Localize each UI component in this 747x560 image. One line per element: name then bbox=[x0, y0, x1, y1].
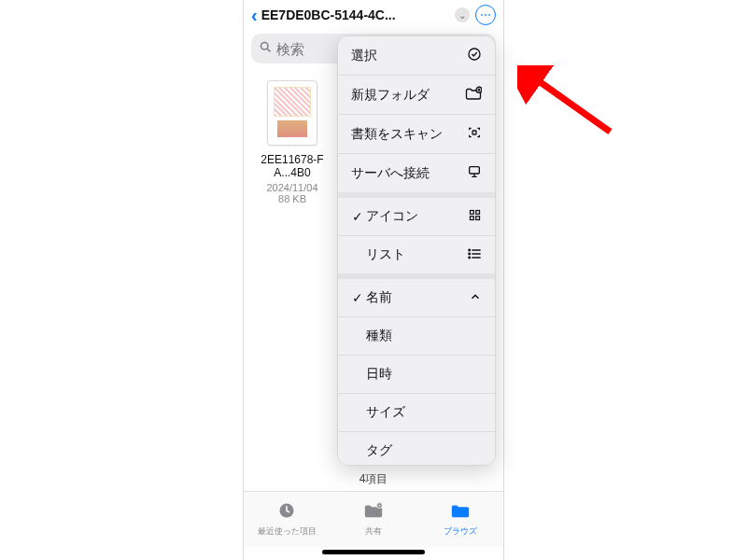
item-count-label: 4項目 bbox=[244, 471, 503, 487]
menu-sort-date[interactable]: 日時 bbox=[338, 355, 495, 393]
menu-view-icons[interactable]: ✓ アイコン bbox=[338, 198, 495, 235]
menu-new-folder[interactable]: 新規フォルダ bbox=[338, 75, 495, 114]
check-icon: ✓ bbox=[351, 209, 364, 224]
check-icon: ✓ bbox=[351, 290, 364, 305]
search-icon bbox=[259, 40, 273, 58]
clock-icon bbox=[277, 501, 296, 525]
file-date: 2024/11/04 bbox=[253, 182, 331, 193]
folder-icon bbox=[450, 501, 471, 525]
new-folder-icon bbox=[465, 86, 482, 104]
svg-line-19 bbox=[530, 76, 610, 132]
menu-sort-name[interactable]: ✓ 名前 bbox=[338, 279, 495, 316]
scan-icon bbox=[467, 125, 482, 143]
file-item[interactable]: 2EE11678-FA...4B0 2024/11/04 88 KB bbox=[253, 80, 331, 204]
tab-bar: 最近使った項目 + 共有 ブラウズ bbox=[244, 491, 503, 547]
svg-rect-7 bbox=[472, 131, 476, 134]
svg-rect-10 bbox=[476, 211, 480, 215]
file-size: 88 KB bbox=[253, 193, 331, 204]
menu-view-list[interactable]: リスト bbox=[338, 235, 495, 273]
back-button[interactable]: ‹ bbox=[251, 5, 258, 26]
grid-icon bbox=[468, 208, 482, 225]
document-thumbnail-icon bbox=[267, 80, 317, 146]
folder-title[interactable]: EE7DE0BC-5144-4C... bbox=[261, 7, 449, 22]
options-menu: 選択 新規フォルダ 書類をスキャン サーバへ接続 bbox=[337, 35, 496, 466]
menu-scan-documents[interactable]: 書類をスキャン bbox=[338, 114, 495, 153]
file-name: 2EE11678-FA...4B0 bbox=[253, 153, 331, 180]
shared-folder-icon: + bbox=[363, 501, 384, 525]
svg-line-1 bbox=[267, 49, 270, 51]
svg-point-13 bbox=[469, 249, 471, 251]
tab-label: ブラウズ bbox=[444, 525, 477, 538]
annotation-arrow-icon bbox=[517, 65, 620, 140]
svg-text:+: + bbox=[378, 503, 381, 508]
menu-sort-tags[interactable]: タグ bbox=[338, 431, 495, 465]
select-icon bbox=[467, 47, 482, 64]
list-icon bbox=[467, 247, 482, 263]
more-options-button[interactable]: ⋯ bbox=[475, 5, 496, 25]
svg-point-5 bbox=[469, 49, 480, 60]
menu-connect-to-server[interactable]: サーバへ接続 bbox=[338, 153, 495, 192]
tab-recents[interactable]: 最近使った項目 bbox=[244, 492, 331, 547]
menu-sort-kind[interactable]: 種類 bbox=[338, 316, 495, 355]
svg-point-17 bbox=[469, 257, 471, 259]
svg-point-0 bbox=[261, 42, 269, 49]
svg-point-15 bbox=[469, 253, 471, 255]
svg-rect-9 bbox=[471, 211, 474, 215]
app-window: ‹ EE7DE0BC-5144-4C... ⌄ ⋯ 2EE11678-FA...… bbox=[243, 0, 504, 560]
tab-browse[interactable]: ブラウズ bbox=[416, 492, 503, 547]
menu-select[interactable]: 選択 bbox=[338, 36, 495, 75]
tab-label: 共有 bbox=[365, 525, 382, 538]
svg-rect-8 bbox=[470, 167, 480, 174]
tab-label: 最近使った項目 bbox=[258, 525, 317, 538]
home-indicator[interactable] bbox=[322, 550, 425, 554]
menu-sort-size[interactable]: サイズ bbox=[338, 393, 495, 431]
navbar: ‹ EE7DE0BC-5144-4C... ⌄ ⋯ bbox=[244, 0, 503, 30]
tab-shared[interactable]: + 共有 bbox=[331, 492, 417, 547]
chevron-up-icon bbox=[469, 290, 482, 306]
svg-rect-12 bbox=[476, 217, 480, 220]
server-icon bbox=[467, 164, 482, 182]
svg-rect-11 bbox=[471, 217, 474, 220]
title-chevron-icon[interactable]: ⌄ bbox=[455, 7, 470, 22]
